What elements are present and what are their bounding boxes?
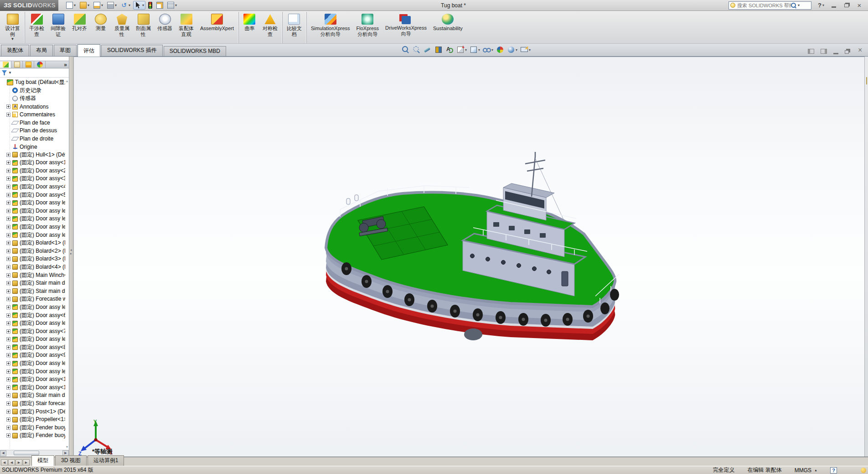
ribbon-button[interactable]: Sustainability ▼: [430, 12, 466, 43]
ribbon-button[interactable]: 孔对齐 ▼: [69, 12, 90, 43]
flyout-arrow-icon[interactable]: ▼: [11, 37, 15, 41]
expand-toggle[interactable]: [6, 289, 10, 293]
view-tool-button[interactable]: ▾: [423, 45, 432, 54]
tree-item[interactable]: (固定) Bolard<4> (Déf: [0, 263, 65, 271]
tree-item[interactable]: (固定) Stair main dk- fo: [0, 391, 65, 400]
tree-item[interactable]: (固定) Door assy left<1: [0, 199, 65, 207]
expand-toggle[interactable]: [6, 410, 10, 414]
qat-button[interactable]: ▾: [106, 1, 118, 10]
qat-button[interactable]: ▾: [78, 1, 91, 10]
filter-dropdown-icon[interactable]: ▼: [8, 71, 12, 75]
tree-item[interactable]: (固定) Hull<1> (Défaut: [0, 151, 65, 159]
ribbon-button[interactable]: 测量 ▼: [90, 12, 111, 43]
tree-item[interactable]: (固定) Door assy left<9: [0, 359, 65, 368]
expand-toggle[interactable]: [6, 161, 10, 165]
tree-item[interactable]: (固定) Door assy<5> (: [0, 191, 65, 199]
qat-button[interactable]: ▾: [133, 1, 145, 10]
panel-tab[interactable]: [23, 61, 34, 68]
ribbon-button[interactable]: 干涉检 查 ▼: [25, 12, 47, 43]
view-tool-button[interactable]: ▾: [434, 45, 443, 54]
qat-button[interactable]: ▾: [155, 1, 165, 10]
tree-scroll-up[interactable]: ▲: [65, 79, 69, 83]
qat-button[interactable]: ▾: [92, 1, 104, 10]
tree-item[interactable]: (固定) Forecastle windl: [0, 295, 65, 303]
panel-tab[interactable]: [11, 61, 23, 68]
expand-toggle[interactable]: [6, 337, 10, 341]
panel-splitter[interactable]: ◂▸: [69, 57, 74, 457]
command-tab[interactable]: 草图: [54, 45, 77, 56]
expand-toggle[interactable]: [6, 426, 10, 430]
expand-toggle[interactable]: [6, 177, 10, 181]
tree-item[interactable]: (固定) Door assy<9> (: [0, 351, 65, 359]
tree-item[interactable]: (固定) Door assy left<8: [0, 335, 65, 344]
expand-toggle[interactable]: [6, 257, 10, 261]
ribbon-button[interactable]: DriveWorksXpress 向导 ▼: [382, 12, 430, 43]
dropdown-arrow-icon[interactable]: ▾: [101, 3, 103, 7]
tree-item[interactable]: (固定) Door assy<1> (: [0, 159, 65, 167]
dropdown-arrow-icon[interactable]: ▾: [129, 3, 130, 7]
qat-button[interactable]: ▾: [119, 1, 132, 10]
tree-item[interactable]: (固定) Fender buoy<2>: [0, 432, 65, 440]
tree-item[interactable]: Annotations: [0, 103, 65, 111]
dropdown-arrow-icon[interactable]: ▾: [529, 48, 531, 52]
command-tab[interactable]: 评估: [78, 44, 100, 57]
search-icon[interactable]: [791, 3, 796, 8]
tree-item[interactable]: (固定) Door assy left<7: [0, 319, 65, 328]
restore-button[interactable]: [842, 2, 851, 9]
tree-item[interactable]: (固定) Bolard<2> (Déf: [0, 247, 65, 255]
expand-toggle[interactable]: [6, 185, 10, 189]
tree-item[interactable]: (固定) Post<1> (Défaut: [0, 407, 65, 416]
tree-item[interactable]: (固定) Door assy<8> (: [0, 344, 65, 352]
tree-item[interactable]: (固定) Door assy left<1: [0, 367, 65, 375]
search-dropdown-icon[interactable]: ▾: [798, 3, 800, 7]
expand-toggle[interactable]: [6, 385, 10, 390]
document-tab[interactable]: 运动算例1: [88, 455, 124, 466]
expand-toggle[interactable]: [6, 233, 10, 237]
expand-toggle[interactable]: [6, 353, 10, 357]
view-tool-button[interactable]: ▾: [496, 45, 505, 54]
tab-nav-button[interactable]: ◀: [1, 459, 8, 466]
tree-item[interactable]: (固定) Bolard<1> (Déf: [0, 239, 65, 247]
expand-toggle[interactable]: [6, 104, 10, 109]
dropdown-arrow-icon[interactable]: ▾: [88, 3, 89, 7]
view-tool-button[interactable]: ▾: [469, 45, 480, 54]
tree-item[interactable]: (固定) Door assy<2> (: [0, 167, 65, 175]
tree-item[interactable]: (固定) Door assy left<4: [0, 223, 65, 231]
ribbon-button[interactable]: 间隙验 证 ▼: [47, 12, 69, 43]
expand-toggle[interactable]: [6, 193, 10, 197]
tree-item[interactable]: (固定) Fender buoy<1>: [0, 424, 65, 432]
tree-item[interactable]: (固定) Propeller<1> (D: [0, 416, 65, 424]
ribbon-button[interactable]: 设计算 例 ▼: [2, 12, 23, 43]
doc-window-button[interactable]: [807, 47, 815, 54]
expand-toggle[interactable]: [6, 241, 10, 245]
expand-toggle[interactable]: [6, 329, 10, 333]
document-tab[interactable]: 模型: [31, 455, 54, 466]
expand-toggle[interactable]: [6, 345, 10, 349]
tree-item[interactable]: (固定) Stair main dk- fo: [0, 287, 65, 295]
tree-item[interactable]: (固定) Door assy<6> (: [0, 311, 65, 319]
ribbon-button[interactable]: 比较文 档 ▼: [282, 12, 305, 43]
expand-toggle[interactable]: [6, 361, 10, 365]
close-button[interactable]: ×: [855, 2, 863, 9]
dropdown-arrow-icon[interactable]: ▾: [516, 48, 517, 52]
help-button[interactable]: ?▾: [817, 2, 825, 9]
view-tool-button[interactable]: ▾: [506, 45, 518, 54]
units-selector[interactable]: MMGS▲: [795, 467, 817, 474]
filter-icon[interactable]: [2, 70, 7, 75]
expand-toggle[interactable]: [6, 433, 10, 438]
tree-item[interactable]: 传感器: [0, 94, 65, 103]
status-resource-icon[interactable]: [861, 468, 866, 473]
expand-toggle[interactable]: [6, 153, 10, 157]
expand-toggle[interactable]: [6, 401, 10, 406]
graphics-viewport[interactable]: Y Z X *等轴测: [74, 57, 864, 457]
expand-toggle[interactable]: [6, 265, 10, 269]
expand-toggle[interactable]: [6, 209, 10, 213]
expand-toggle[interactable]: [6, 305, 10, 309]
tree-item[interactable]: 历史记录: [0, 87, 65, 95]
tugboat-model[interactable]: [274, 151, 638, 406]
tree-item[interactable]: (固定) Stair forecastle: [0, 400, 65, 408]
expand-toggle[interactable]: [6, 273, 10, 277]
expand-toggle[interactable]: [6, 281, 10, 285]
expand-toggle[interactable]: [6, 217, 10, 221]
expand-toggle[interactable]: [6, 249, 10, 253]
